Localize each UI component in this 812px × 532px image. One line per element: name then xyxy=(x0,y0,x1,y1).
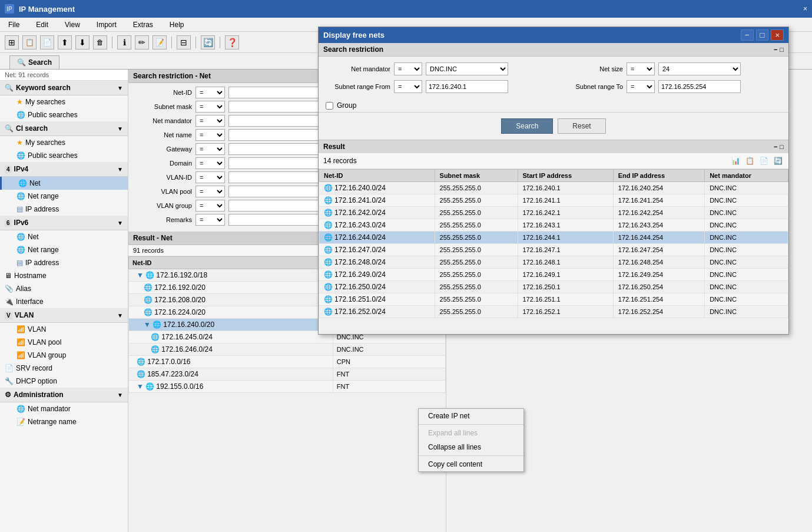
modal-result-minimize-btn[interactable]: − xyxy=(774,143,777,150)
modal-reset-btn[interactable]: Reset xyxy=(558,118,605,134)
sidebar-ipv6-net[interactable]: 🌐 Net xyxy=(0,230,128,243)
net-toggle-icon[interactable]: ▼ xyxy=(144,320,153,329)
toolbar-btn-note[interactable]: 📝 xyxy=(153,35,167,49)
sr-op-select[interactable]: =!=<> xyxy=(195,87,225,98)
toolbar-btn-delete[interactable]: 🗑 xyxy=(93,35,107,49)
table-row[interactable]: 🌐 172.17.0.0/16 CPN xyxy=(129,356,446,368)
toolbar-btn-down[interactable]: ⬇ xyxy=(75,35,90,49)
table-row[interactable]: 🌐 172.16.249.0/24 255.255.255.0 172.16.2… xyxy=(319,269,788,281)
table-row[interactable]: 🌐 172.16.243.0/24 255.255.255.0 172.16.2… xyxy=(319,219,788,232)
context-menu-create-ip-net[interactable]: Create IP net xyxy=(419,409,523,423)
modal-sr-minimize-btn[interactable]: − xyxy=(774,46,777,53)
sidebar-vlan-group[interactable]: V VLAN ▼ xyxy=(0,308,128,323)
modal-minimize-btn[interactable]: − xyxy=(741,29,754,41)
table-row[interactable]: ▼ 🌐 192.155.0.0/16 FNT xyxy=(129,381,446,393)
net-toggle-icon[interactable]: ▼ xyxy=(137,382,145,391)
toolbar-btn-minus[interactable]: ⊟ xyxy=(177,35,191,49)
modal-group-checkbox[interactable] xyxy=(326,102,333,110)
toolbar-btn-doc[interactable]: 📄 xyxy=(40,35,54,49)
sidebar-ci-my-searches[interactable]: ★ My searches xyxy=(0,136,128,149)
table-row[interactable]: 🌐 185.47.223.0/24 FNT xyxy=(129,368,446,381)
table-row[interactable]: 🌐 172.16.251.0/24 255.255.255.0 172.16.2… xyxy=(319,293,788,306)
toolbar-btn-up[interactable]: ⬆ xyxy=(58,35,72,49)
context-menu-copy-cell[interactable]: Copy cell content xyxy=(419,457,523,471)
modal-subnet-from-op[interactable]: =!=<> xyxy=(394,80,422,93)
sr-op-select[interactable]: =!=<> xyxy=(195,115,225,127)
table-row[interactable]: 🌐 172.16.240.0/24 255.255.255.0 172.16.2… xyxy=(319,182,788,194)
menu-file[interactable]: File xyxy=(5,19,23,30)
search-tab[interactable]: 🔍 Search xyxy=(9,55,59,69)
export-excel-icon[interactable]: 📊 xyxy=(730,155,741,167)
export-csv-icon[interactable]: 📋 xyxy=(744,155,755,167)
sr-op-select[interactable]: =!=<> xyxy=(195,214,225,226)
modal-subnet-from-input[interactable] xyxy=(426,80,508,93)
sidebar-net-range[interactable]: 🌐 Net range xyxy=(0,190,128,203)
sidebar-ipv6[interactable]: 6 IPv6 ▼ xyxy=(0,216,128,230)
modal-net-mandator-value[interactable]: DNC.INCCPNFNT xyxy=(426,62,508,75)
sidebar-ip-address[interactable]: ▤ IP address xyxy=(0,203,128,216)
table-row[interactable]: 🌐 172.16.246.0/24 DNC.INC xyxy=(129,343,446,356)
modal-net-mandator-op[interactable]: =!=<> xyxy=(394,62,422,75)
sidebar-my-searches[interactable]: ★ My searches xyxy=(0,95,128,108)
modal-sr-maximize-btn[interactable]: □ xyxy=(780,46,784,53)
sidebar-ipv6-net-range[interactable]: 🌐 Net range xyxy=(0,243,128,256)
menu-help[interactable]: Help xyxy=(166,19,188,30)
table-row[interactable]: 🌐 172.16.248.0/24 255.255.255.0 172.16.2… xyxy=(319,256,788,269)
sr-op-select[interactable]: =!=<> xyxy=(195,186,225,197)
table-row[interactable]: 🌐 172.16.241.0/24 255.255.255.0 172.16.2… xyxy=(319,194,788,207)
sr-op-select[interactable]: =!=<> xyxy=(195,101,225,113)
modal-net-size-value[interactable]: 24162028 xyxy=(658,62,741,75)
sidebar-ipv6-ip-address[interactable]: ▤ IP address xyxy=(0,256,128,269)
sr-op-select[interactable]: =!=<> xyxy=(195,143,225,155)
sidebar-hostname[interactable]: 🖥 Hostname xyxy=(0,269,128,282)
sr-op-select[interactable]: =!=<> xyxy=(195,157,225,169)
sidebar-vlan-group-item[interactable]: 📶 VLAN group xyxy=(0,349,128,362)
sidebar-ci-public-searches[interactable]: 🌐 Public searches xyxy=(0,149,128,162)
menu-edit[interactable]: Edit xyxy=(32,19,52,30)
sidebar-alias[interactable]: 📎 Alias xyxy=(0,282,128,295)
sidebar-vlan[interactable]: 📶 VLAN xyxy=(0,323,128,336)
toolbar-btn-refresh[interactable]: 🔄 xyxy=(201,35,215,49)
modal-maximize-btn[interactable]: □ xyxy=(756,29,769,41)
sidebar-vlan-pool[interactable]: 📶 VLAN pool xyxy=(0,336,128,349)
table-row[interactable]: 🌐 172.16.247.0/24 255.255.255.0 172.16.2… xyxy=(319,244,788,256)
toolbar-btn-info[interactable]: ℹ xyxy=(117,35,131,49)
sidebar-public-searches[interactable]: 🌐 Public searches xyxy=(0,108,128,121)
modal-result-maximize-btn[interactable]: □ xyxy=(780,143,784,150)
toolbar-btn-edit[interactable]: ✏ xyxy=(135,35,149,49)
modal-close-btn[interactable]: × xyxy=(771,29,784,41)
toolbar-btn-new[interactable]: ⊞ xyxy=(5,35,19,49)
sidebar-ipv4[interactable]: 4 IPv4 ▼ xyxy=(0,162,128,177)
sidebar-net[interactable]: 🌐 Net xyxy=(0,177,128,190)
modal-mandator-cell: DNC.INC xyxy=(705,281,788,293)
modal-net-size-op[interactable]: =!=<> xyxy=(627,62,655,75)
toolbar-btn-help[interactable]: ❓ xyxy=(225,35,239,49)
table-row[interactable]: 🌐 172.16.252.0/24 255.255.255.0 172.16.2… xyxy=(319,306,788,318)
sidebar-dhcp-option[interactable]: 🔧 DHCP option xyxy=(0,375,128,388)
sidebar-netrange-name[interactable]: 📝 Netrange name xyxy=(0,415,128,428)
tab-close-btn[interactable]: × xyxy=(803,5,807,13)
refresh-icon[interactable]: 🔄 xyxy=(772,155,784,167)
table-row[interactable]: 🌐 172.16.250.0/24 255.255.255.0 172.16.2… xyxy=(319,281,788,293)
table-row[interactable]: 🌐 172.16.244.0/24 255.255.255.0 172.16.2… xyxy=(319,232,788,244)
sidebar-administration-group[interactable]: ⚙ Administration ▼ xyxy=(0,388,128,402)
menu-import[interactable]: Import xyxy=(93,19,120,30)
table-row[interactable]: 🌐 172.16.242.0/24 255.255.255.0 172.16.2… xyxy=(319,207,788,219)
sr-op-select[interactable]: =!=<> xyxy=(195,200,225,212)
menu-extras[interactable]: Extras xyxy=(130,19,157,30)
toolbar-btn-copy[interactable]: 📋 xyxy=(22,35,37,49)
sr-op-select[interactable]: =!=<> xyxy=(195,171,225,183)
sidebar-srv-record[interactable]: 📄 SRV record xyxy=(0,362,128,375)
menu-view[interactable]: View xyxy=(61,19,84,30)
modal-subnet-to-input[interactable] xyxy=(658,80,741,93)
modal-subnet-to-op[interactable]: =!=<> xyxy=(627,80,655,93)
sr-op-select[interactable]: =!=<> xyxy=(195,129,225,141)
net-toggle-icon[interactable]: ▼ xyxy=(137,271,145,279)
sidebar-ci-search[interactable]: 🔍 CI search ▼ xyxy=(0,121,128,136)
sidebar-interface[interactable]: 🔌 Interface xyxy=(0,295,128,308)
sidebar-net-mandator[interactable]: 🌐 Net mandator xyxy=(0,402,128,415)
modal-search-btn[interactable]: Search xyxy=(501,118,553,134)
context-menu-collapse-all[interactable]: Collapse all lines xyxy=(419,440,523,454)
export-pdf-icon[interactable]: 📄 xyxy=(758,155,770,167)
sidebar-keyword-search[interactable]: 🔍 Keyword search ▼ xyxy=(0,81,128,95)
